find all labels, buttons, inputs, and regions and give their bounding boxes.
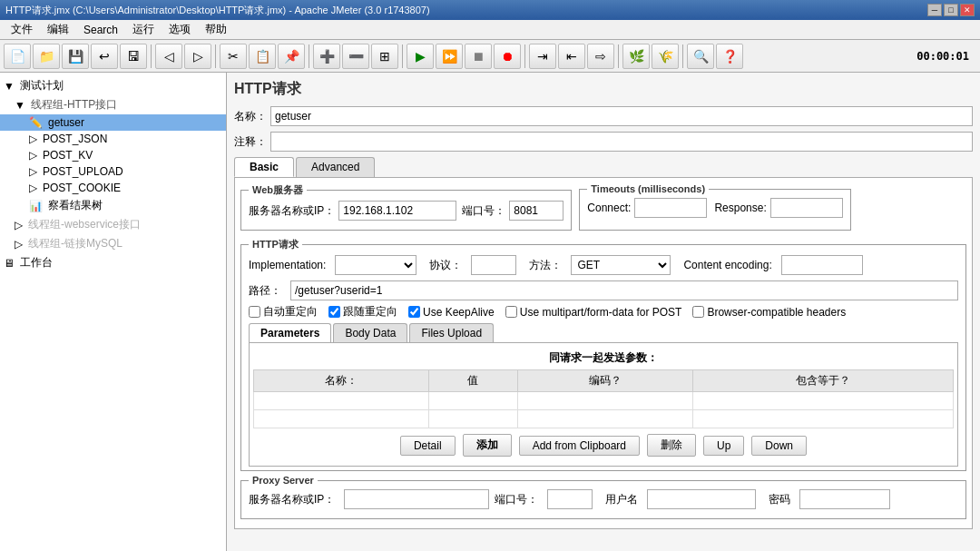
elapsed-time: 00:00:01 [916,50,976,63]
sep2 [215,44,216,68]
remote-stop-button[interactable]: ⇤ [558,44,585,69]
browser-headers-label: Browser-compatible headers [707,306,846,319]
tab-files-upload[interactable]: Files Upload [409,323,494,342]
add-clipboard-button[interactable]: Add from Clipboard [519,436,640,456]
server-input[interactable] [338,201,456,221]
tab-basic[interactable]: Basic [234,157,294,177]
tree-item-post-kv[interactable]: ▷ POST_KV [0,147,226,163]
follow-redirect-check[interactable]: 跟随重定向 [328,304,397,320]
tree-item-post-upload[interactable]: ▷ POST_UPLOAD [0,163,226,180]
add-button[interactable]: ➕ [313,44,340,69]
col-name-header: 名称： [254,370,429,392]
start-no-pause-button[interactable]: ⏩ [436,44,463,69]
keepalive-check[interactable]: Use KeepAlive [408,306,495,319]
help-toolbar-button[interactable]: ❓ [716,44,743,69]
main-container: ▼ 测试计划 ▼ 线程组-HTTP接口 ✏️ getuser ▷ POST_JS… [0,73,980,551]
method-select[interactable]: GET POST PUT DELETE [571,255,671,275]
post-kv-label: POST_KV [43,149,93,162]
paste-button[interactable]: 📌 [278,44,305,69]
menu-run[interactable]: 运行 [125,20,162,39]
inner-tab-bar: Parameters Body Data Files Upload [249,323,958,342]
timeouts-row: Connect: Response: [587,198,842,218]
port-input[interactable] [509,201,564,221]
implementation-label: Implementation: [249,259,326,271]
clear-all-button[interactable]: 🌾 [652,44,679,69]
encoding-input[interactable] [781,255,863,275]
maximize-button[interactable]: □ [944,4,958,16]
saveas-button[interactable]: 🖫 [120,44,147,69]
implementation-select[interactable]: HttpClient4 Java [335,255,416,275]
col-include-header: 包含等于？ [692,370,953,392]
up-button[interactable]: Up [703,436,744,456]
keepalive-checkbox[interactable] [408,306,420,318]
remote-all-button[interactable]: ⇨ [587,44,614,69]
name-input[interactable] [270,106,973,126]
content-panel: HTTP请求 名称： 注释： Basic Advanced Web服务器 [227,73,980,551]
follow-redirect-checkbox[interactable] [328,306,340,318]
menu-help[interactable]: 帮助 [198,20,234,39]
tree-item-results[interactable]: 📊 察看结果树 [0,196,226,215]
remove-button[interactable]: ➖ [342,44,369,69]
expand-button[interactable]: ⊞ [371,44,398,69]
tree-item-threadgroup-mysql[interactable]: ▷ 线程组-链接MySQL [0,234,226,253]
tree-item-testplan[interactable]: ▼ 测试计划 [0,76,226,95]
menu-edit[interactable]: 编辑 [40,20,76,39]
tree-item-post-cookie[interactable]: ▷ POST_COOKIE [0,180,226,196]
minimize-button[interactable]: ─ [927,4,942,16]
stop-button[interactable]: ⏹ [465,44,492,69]
protocol-input[interactable] [471,255,516,275]
save-button[interactable]: 💾 [62,44,89,69]
menu-options[interactable]: 选项 [162,20,198,39]
auto-redirect-check[interactable]: 自动重定向 [249,304,318,320]
response-input[interactable] [770,198,843,218]
revert-button[interactable]: ↩ [91,44,118,69]
path-input[interactable] [290,280,958,300]
multipart-check[interactable]: Use multipart/form-data for POST [505,306,682,319]
new-button[interactable]: 📄 [4,44,31,69]
undo-button[interactable]: ◁ [155,44,182,69]
sep7 [682,44,683,68]
proxy-port-input[interactable] [547,489,593,509]
proxy-username-input[interactable] [647,489,756,509]
main-tab-bar: Basic Advanced [234,157,973,177]
protocol-label: 协议： [429,258,462,273]
copy-button[interactable]: 📋 [249,44,276,69]
tree-item-threadgroup-http[interactable]: ▼ 线程组-HTTP接口 [0,95,226,114]
clear-button[interactable]: 🌿 [622,44,650,69]
search-toolbar-button[interactable]: 🔍 [687,44,714,69]
tree-item-post-json[interactable]: ▷ POST_JSON [0,131,226,147]
add-param-button[interactable]: 添加 [463,434,512,457]
open-button[interactable]: 📁 [33,44,60,69]
tab-parameters[interactable]: Parameters [249,323,331,342]
proxy-port-label: 端口号： [495,492,538,507]
start-button[interactable]: ▶ [407,44,434,69]
multipart-checkbox[interactable] [505,306,517,318]
browser-headers-checkbox[interactable] [692,306,704,318]
tab-advanced[interactable]: Advanced [296,157,375,177]
redo-button[interactable]: ▷ [184,44,211,69]
server-label: 服务器名称或IP： [249,203,335,219]
menu-search[interactable]: Search [76,22,125,38]
comment-input[interactable] [270,132,973,152]
sep3 [309,44,309,68]
tree-item-workbench[interactable]: 🖥 工作台 [0,253,226,272]
remote-start-button[interactable]: ⇥ [529,44,556,69]
tree-item-getuser[interactable]: ✏️ getuser [0,114,226,131]
tree-item-threadgroup-ws[interactable]: ▷ 线程组-webservice接口 [0,215,226,234]
threadgroup-mysql-label: 线程组-链接MySQL [28,236,122,251]
proxy-server-input[interactable] [344,489,489,509]
down-button[interactable]: Down [751,436,807,456]
cut-button[interactable]: ✂ [220,44,247,69]
threadgroup-mysql-icon: ▷ [15,238,23,251]
browser-headers-check[interactable]: Browser-compatible headers [692,306,846,319]
delete-button[interactable]: 删除 [647,434,696,457]
auto-redirect-checkbox[interactable] [249,306,260,318]
tab-body-data[interactable]: Body Data [333,323,407,342]
shutdown-button[interactable]: ⏺ [494,44,521,69]
proxy-password-input[interactable] [799,489,890,509]
connect-input[interactable] [634,198,707,218]
detail-button[interactable]: Detail [400,436,456,456]
menu-file[interactable]: 文件 [4,20,40,39]
close-button[interactable]: ✕ [960,4,975,16]
impl-row: Implementation: HttpClient4 Java 协议： 方法：… [249,255,958,275]
